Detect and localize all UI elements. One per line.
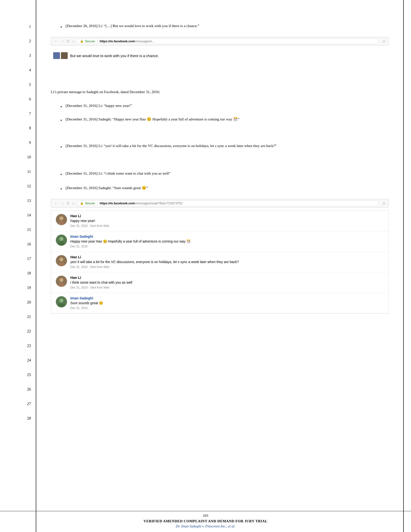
browser-back-1[interactable]: ← [54, 39, 58, 43]
line-21: 21 [0, 310, 36, 324]
main-content: • [December 26, 2016] Li: “[…] But we wo… [36, 0, 404, 532]
avatar-hao-3 [56, 276, 67, 287]
browser-forward-1[interactable]: → [60, 39, 65, 43]
page-container: 1 2 3 4 5 6 7 8 9 10 11 12 13 14 15 16 1… [0, 0, 411, 532]
row-8: • [December 31, 2016] Sadeghi: “Happy ne… [51, 114, 389, 140]
msg-sender-1: Hao Li [70, 214, 384, 218]
row-1: • [December 26, 2016] Li: “[…] But we wo… [51, 19, 389, 34]
spacer-bottom [51, 314, 389, 343]
svg-point-10 [59, 278, 63, 282]
star-icon-2[interactable]: ☆ [382, 201, 386, 206]
browser-url-box-1[interactable]: 🔒 Secure | https://m.facebook.com /messa… [77, 38, 379, 44]
line-numbers: 1 2 3 4 5 6 7 8 9 10 11 12 13 14 15 16 1… [0, 0, 36, 532]
avatar-iman-2 [56, 296, 67, 307]
svg-point-4 [59, 237, 63, 241]
avatar-small-1 [53, 52, 60, 59]
msg-meta-2: Dec 31, 2016 · [70, 245, 384, 248]
bullet-dot-3: • [60, 117, 62, 124]
line-26: 26 [0, 382, 36, 397]
bullet-dot-1: • [60, 24, 62, 31]
browser-back-2[interactable]: ← [54, 201, 58, 205]
browser-url-box-2[interactable]: 🔒 Secure | https://m.facebook.com /messa… [77, 200, 379, 206]
browser-home-1[interactable]: ⌂ [72, 39, 75, 43]
svg-point-13 [59, 299, 63, 303]
msg-row-1: Hao Li happy new year! Dec 31, 2016 · Se… [51, 211, 389, 231]
avatar-iman-1 [56, 235, 67, 246]
msg-sender-2: Iman Sadeghi [70, 235, 384, 238]
browser-forward-2[interactable]: → [60, 201, 65, 205]
msg-row-4: Hao Li i think some want to chat with yo… [51, 272, 389, 293]
bullet-dot-2: • [60, 104, 62, 111]
line-23: 23 [0, 339, 36, 353]
line-9: 9 [0, 135, 36, 150]
row-14: ← → C ⌂ 🔒 Secure | https://m.facebook.co… [51, 196, 389, 210]
msg-sender-5: Iman Sadeghi [70, 296, 384, 300]
bullet-item-5: • [December 31, 2016] Li: “i think some … [51, 170, 389, 178]
star-icon-1[interactable]: ☆ [382, 39, 386, 44]
line-24: 24 [0, 353, 36, 368]
msg-content-4: i think some want to chat with you as we… [70, 280, 384, 285]
browser-bar-1: ← → C ⌂ 🔒 Secure | https://m.facebook.co… [51, 37, 389, 46]
line-3: 3 [0, 48, 36, 63]
line-22: 22 [0, 324, 36, 339]
bullet-item-6: • [December 31, 2016] Sadeghi: “Sure sou… [51, 185, 389, 193]
secure-text-2: Secure [85, 201, 95, 205]
msg-meta-3: Dec 31, 2016 · Sent from Web [70, 265, 384, 269]
avatar-hao-1 [56, 214, 67, 225]
bullet-text-3: [December 31, 2016] Sadeghi: “Happy new … [65, 116, 389, 122]
svg-point-1 [59, 216, 63, 220]
msg-meta-1: Dec 31, 2016 · Sent from Web [70, 224, 384, 228]
row-4 [51, 63, 389, 77]
line-28: 28 [0, 411, 36, 426]
bullet-text-5: [December 31, 2016] Li: “i think some wa… [65, 170, 389, 177]
msg-body-1: Hao Li happy new year! Dec 31, 2016 · Se… [70, 214, 384, 228]
browser-refresh-2[interactable]: C [66, 201, 70, 205]
bullet-text-1: [December 26, 2016] Li: “[…] But we woul… [65, 23, 389, 29]
msg-content-2: Happy new year Hao 😊 Hopefully a year fu… [70, 239, 384, 244]
row-3: But we would love to work with you if th… [51, 48, 389, 63]
msg-meta-5: Dec 31, 2016 · [70, 306, 384, 310]
line-2: 2 [0, 34, 36, 48]
avatar-hao-2 [56, 255, 67, 266]
line-16: 16 [0, 237, 36, 251]
line-1: 1 [0, 19, 36, 34]
url-divider-2: | [97, 201, 98, 205]
right-margin [404, 0, 411, 532]
line-25: 25 [0, 368, 36, 382]
msg-content-5: Sure sounds great 😊 [70, 301, 384, 306]
line-12: 12 [0, 179, 36, 193]
url-domain-1: https://m.facebook.com [100, 39, 135, 43]
footer-subtitle: Dr. Iman Sadeghi v. Pinscreen Inc., et a… [0, 524, 411, 528]
url-rest-2: /messages/read/?fbid=722873752 [135, 201, 183, 205]
line-6: 6 [0, 92, 36, 106]
msg-body-2: Iman Sadeghi Happy new year Hao 😊 Hopefu… [70, 235, 384, 248]
screenshot-msg-text: But we would love to work with you if th… [70, 54, 159, 58]
lock-icon-2: 🔒 [80, 201, 84, 205]
line-4: 4 [0, 63, 36, 77]
msg-content-1: happy new year! [70, 218, 384, 223]
bullet-dot-5: • [60, 171, 62, 178]
line-5: 5 [0, 77, 36, 92]
browser-home-2[interactable]: ⌂ [72, 201, 75, 205]
msg-body-3: Hao Li yes! it will take a bit for the V… [70, 255, 384, 269]
footer-page-number: 103 [0, 514, 411, 518]
bullet-dot-6: • [60, 186, 62, 193]
row-2: ← → C ⌂ 🔒 Secure | https://m.facebook.co… [51, 34, 389, 48]
url-rest-1: /messages/r... [135, 39, 154, 43]
browser-refresh-1[interactable]: C [66, 39, 70, 43]
bullet-dot-4: • [60, 144, 62, 151]
line-18: 18 [0, 266, 36, 281]
row-10: • [December 31, 2016] Li: “yes! it will … [51, 140, 389, 167]
bullet-item-3: • [December 31, 2016] Sadeghi: “Happy ne… [51, 116, 389, 124]
footer-title: VERIFIED AMENDED COMPLAINT AND DEMAND FO… [0, 519, 411, 523]
line-10: 10 [0, 150, 36, 164]
line-8: 8 [0, 121, 36, 135]
msg-row-2: Iman Sadeghi Happy new year Hao 😊 Hopefu… [51, 231, 389, 252]
lock-icon-1: 🔒 [80, 39, 84, 43]
bullet-item-1: • [December 26, 2016] Li: “[…] But we wo… [51, 23, 389, 31]
line-19: 19 [0, 281, 36, 295]
svg-point-7 [59, 257, 63, 261]
line-14: 14 [0, 208, 36, 222]
page-footer: 103 VERIFIED AMENDED COMPLAINT AND DEMAN… [0, 511, 411, 532]
row-7: • [December 31, 2016] Li: “happy new yea… [51, 99, 389, 114]
